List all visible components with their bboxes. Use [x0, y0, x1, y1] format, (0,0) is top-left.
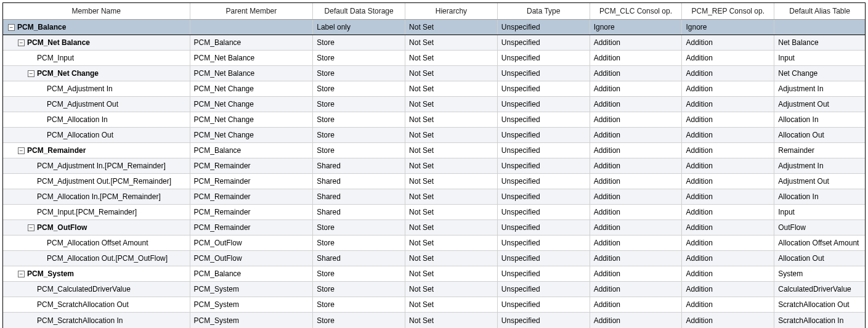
collapse-icon[interactable]: −: [18, 271, 25, 277]
parent-member-cell[interactable]: PCM_Remainder: [190, 220, 314, 235]
clc-cell[interactable]: Addition: [590, 112, 683, 127]
parent-member-cell[interactable]: PCM_Net Change: [190, 97, 314, 112]
alias-cell[interactable]: Allocation Out: [774, 128, 865, 142]
clc-cell[interactable]: Addition: [590, 313, 683, 328]
rep-cell[interactable]: Addition: [682, 97, 774, 112]
datatype-cell[interactable]: Unspecified: [498, 158, 590, 173]
clc-cell[interactable]: Addition: [590, 282, 683, 297]
col-hierarchy[interactable]: Hierarchy: [405, 3, 498, 19]
rep-cell[interactable]: Addition: [682, 251, 774, 266]
col-alias-table[interactable]: Default Alias Table: [774, 3, 865, 19]
parent-member-cell[interactable]: PCM_Balance: [190, 266, 314, 281]
table-row[interactable]: PCM_Adjustment Out.[PCM_Remainder]PCM_Re…: [3, 174, 865, 189]
table-row[interactable]: PCM_ScratchAllocation InPCM_SystemStoreN…: [3, 313, 865, 328]
datatype-cell[interactable]: Unspecified: [498, 174, 590, 189]
member-name-cell[interactable]: −PCM_Balance: [3, 20, 190, 35]
rep-cell[interactable]: Addition: [682, 174, 774, 189]
alias-cell[interactable]: [774, 20, 865, 35]
table-row[interactable]: −PCM_RemainderPCM_BalanceStoreNot SetUns…: [3, 143, 865, 158]
parent-member-cell[interactable]: PCM_Remainder: [190, 158, 314, 173]
hierarchy-cell[interactable]: Not Set: [405, 220, 498, 235]
hierarchy-cell[interactable]: Not Set: [405, 158, 498, 173]
member-name-cell[interactable]: −PCM_Remainder: [3, 143, 190, 158]
alias-cell[interactable]: Adjustment Out: [774, 97, 865, 112]
datatype-cell[interactable]: Unspecified: [498, 112, 590, 127]
clc-cell[interactable]: Addition: [590, 220, 683, 235]
member-name-cell[interactable]: PCM_Allocation In.[PCM_Remainder]: [3, 189, 190, 204]
datatype-cell[interactable]: Unspecified: [498, 251, 590, 266]
table-row[interactable]: PCM_Adjustment In.[PCM_Remainder]PCM_Rem…: [3, 158, 865, 174]
storage-cell[interactable]: Store: [313, 51, 405, 65]
clc-cell[interactable]: Addition: [590, 143, 683, 158]
alias-cell[interactable]: ScratchAllocation In: [774, 313, 865, 328]
datatype-cell[interactable]: Unspecified: [498, 266, 590, 281]
member-name-cell[interactable]: −PCM_Net Change: [3, 66, 190, 81]
alias-cell[interactable]: Adjustment In: [774, 158, 865, 173]
col-clc-consol[interactable]: PCM_CLC Consol op.: [590, 3, 683, 19]
member-name-cell[interactable]: PCM_ScratchAllocation In: [3, 313, 190, 328]
rep-cell[interactable]: Addition: [682, 158, 774, 173]
parent-member-cell[interactable]: PCM_Remainder: [190, 189, 314, 204]
clc-cell[interactable]: Addition: [590, 51, 683, 65]
hierarchy-cell[interactable]: Not Set: [405, 297, 498, 312]
parent-member-cell[interactable]: PCM_Net Change: [190, 128, 314, 142]
datatype-cell[interactable]: Unspecified: [498, 143, 590, 158]
clc-cell[interactable]: Addition: [590, 35, 683, 50]
storage-cell[interactable]: Store: [313, 128, 405, 142]
collapse-icon[interactable]: −: [18, 39, 25, 46]
storage-cell[interactable]: Store: [313, 236, 405, 250]
clc-cell[interactable]: Addition: [590, 128, 683, 142]
parent-member-cell[interactable]: [190, 20, 314, 35]
rep-cell[interactable]: Addition: [682, 81, 774, 96]
col-data-type[interactable]: Data Type: [498, 3, 590, 19]
storage-cell[interactable]: Store: [313, 81, 405, 96]
hierarchy-cell[interactable]: Not Set: [405, 128, 498, 142]
table-row[interactable]: −PCM_Net BalancePCM_BalanceStoreNot SetU…: [3, 35, 865, 51]
clc-cell[interactable]: Addition: [590, 297, 683, 312]
hierarchy-cell[interactable]: Not Set: [405, 205, 498, 219]
storage-cell[interactable]: Store: [313, 66, 405, 81]
clc-cell[interactable]: Addition: [590, 205, 683, 219]
col-member-name[interactable]: Member Name: [3, 3, 190, 19]
table-row[interactable]: PCM_Allocation Out.[PCM_OutFlow]PCM_OutF…: [3, 251, 865, 266]
rep-cell[interactable]: Addition: [682, 51, 774, 65]
storage-cell[interactable]: Store: [313, 266, 405, 281]
parent-member-cell[interactable]: PCM_Net Change: [190, 112, 314, 127]
hierarchy-cell[interactable]: Not Set: [405, 313, 498, 328]
storage-cell[interactable]: Shared: [313, 158, 405, 173]
alias-cell[interactable]: Allocation In: [774, 112, 865, 127]
member-name-cell[interactable]: PCM_Allocation In: [3, 112, 190, 127]
hierarchy-cell[interactable]: Not Set: [405, 20, 498, 35]
clc-cell[interactable]: Addition: [590, 158, 683, 173]
member-name-cell[interactable]: −PCM_OutFlow: [3, 220, 190, 235]
alias-cell[interactable]: ScratchAllocation Out: [774, 297, 865, 312]
table-row[interactable]: −PCM_BalanceLabel onlyNot SetUnspecified…: [3, 20, 865, 35]
parent-member-cell[interactable]: PCM_Remainder: [190, 205, 314, 219]
datatype-cell[interactable]: Unspecified: [498, 20, 590, 35]
rep-cell[interactable]: Addition: [682, 128, 774, 142]
col-rep-consol[interactable]: PCM_REP Consol op.: [682, 3, 774, 19]
alias-cell[interactable]: Remainder: [774, 143, 865, 158]
clc-cell[interactable]: Addition: [590, 266, 683, 281]
storage-cell[interactable]: Shared: [313, 205, 405, 219]
alias-cell[interactable]: Adjustment Out: [774, 174, 865, 189]
table-row[interactable]: PCM_Allocation OutPCM_Net ChangeStoreNot…: [3, 128, 865, 143]
parent-member-cell[interactable]: PCM_Remainder: [190, 174, 314, 189]
hierarchy-cell[interactable]: Not Set: [405, 81, 498, 96]
table-row[interactable]: PCM_CalculatedDriverValuePCM_SystemStore…: [3, 282, 865, 297]
hierarchy-cell[interactable]: Not Set: [405, 143, 498, 158]
storage-cell[interactable]: Store: [313, 97, 405, 112]
rep-cell[interactable]: Addition: [682, 66, 774, 81]
member-name-cell[interactable]: PCM_Adjustment In: [3, 81, 190, 96]
parent-member-cell[interactable]: PCM_System: [190, 313, 314, 328]
clc-cell[interactable]: Addition: [590, 236, 683, 250]
rep-cell[interactable]: Addition: [682, 220, 774, 235]
hierarchy-cell[interactable]: Not Set: [405, 189, 498, 204]
member-name-cell[interactable]: PCM_Adjustment Out.[PCM_Remainder]: [3, 174, 190, 189]
rep-cell[interactable]: Addition: [682, 236, 774, 250]
hierarchy-cell[interactable]: Not Set: [405, 112, 498, 127]
alias-cell[interactable]: Allocation Offset Amount: [774, 236, 865, 250]
member-name-cell[interactable]: PCM_Input: [3, 51, 190, 65]
member-name-cell[interactable]: PCM_CalculatedDriverValue: [3, 282, 190, 297]
datatype-cell[interactable]: Unspecified: [498, 35, 590, 50]
